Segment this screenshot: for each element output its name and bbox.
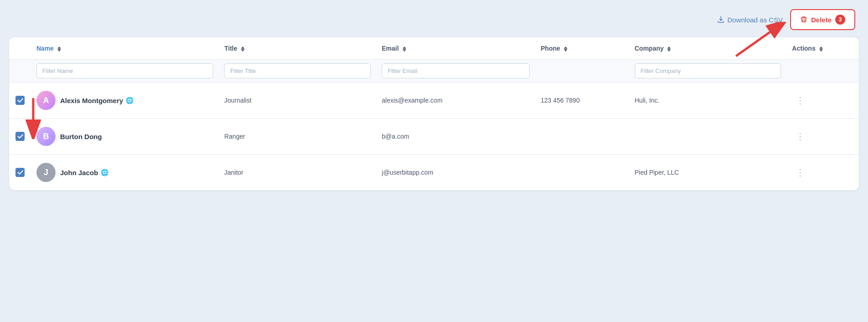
sort-actions-icon xyxy=(819,47,823,52)
checkbox-header-col xyxy=(9,37,31,60)
filter-name-input[interactable] xyxy=(36,63,213,78)
row-name-cell: BBurton Dong xyxy=(31,119,219,155)
globe-icon[interactable]: 🌐 xyxy=(126,97,133,104)
delete-label: Delete xyxy=(811,16,832,24)
svg-line-3 xyxy=(736,26,779,56)
row-email-cell: alexis@example.com xyxy=(376,83,535,119)
row-title-cell: Janitor xyxy=(219,155,376,191)
filter-company-input[interactable] xyxy=(635,63,781,78)
filter-title-input[interactable] xyxy=(224,63,371,78)
row-company-cell xyxy=(629,119,787,155)
table-row: BBurton DongRangerb@a.com⋮ xyxy=(9,119,859,155)
globe-icon[interactable]: 🌐 xyxy=(101,169,108,176)
download-icon xyxy=(717,16,725,23)
filter-title-col xyxy=(219,60,376,83)
col-header-actions[interactable]: Actions xyxy=(786,37,859,60)
contact-name[interactable]: Burton Dong xyxy=(60,133,102,140)
filter-checkbox-col xyxy=(9,60,31,83)
row-phone-cell: 123 456 7890 xyxy=(535,83,629,119)
delete-count-badge: 3 xyxy=(835,15,845,25)
trash-icon xyxy=(800,16,807,23)
filter-phone-col xyxy=(535,60,629,83)
row-title-cell: Journalist xyxy=(219,83,376,119)
sort-title-icon xyxy=(241,47,245,52)
col-header-phone[interactable]: Phone xyxy=(535,37,629,60)
filter-name-col xyxy=(31,60,219,83)
table-body: AAlexis Montgomery🌐Journalistalexis@exam… xyxy=(9,83,859,191)
row-actions-cell: ⋮ xyxy=(786,83,859,119)
row-more-button[interactable]: ⋮ xyxy=(792,93,809,108)
sort-phone-icon xyxy=(564,47,567,52)
sort-name-icon xyxy=(57,47,61,52)
row-company-cell: Huli, Inc. xyxy=(629,83,787,119)
table-row: AAlexis Montgomery🌐Journalistalexis@exam… xyxy=(9,83,859,119)
contact-name[interactable]: Alexis Montgomery🌐 xyxy=(60,97,133,104)
row-title-cell: Ranger xyxy=(219,119,376,155)
col-header-email[interactable]: Email xyxy=(376,37,535,60)
sort-company-icon xyxy=(667,47,671,52)
col-header-title[interactable]: Title xyxy=(219,37,376,60)
row-company-cell: Pied Piper, LLC xyxy=(629,155,787,191)
avatar: J xyxy=(36,163,56,182)
row-email-cell: b@a.com xyxy=(376,119,535,155)
row-email-cell: j@userbitapp.com xyxy=(376,155,535,191)
filter-company-col xyxy=(629,60,787,83)
row-more-button[interactable]: ⋮ xyxy=(792,165,809,180)
row-checkbox[interactable] xyxy=(15,168,25,177)
filter-email-col xyxy=(376,60,535,83)
row-actions-cell: ⋮ xyxy=(786,155,859,191)
row-phone-cell xyxy=(535,155,629,191)
row-actions-cell: ⋮ xyxy=(786,119,859,155)
filter-actions-col xyxy=(786,60,859,83)
sort-email-icon xyxy=(403,47,406,52)
filter-email-input[interactable] xyxy=(382,63,530,78)
row-name-cell: AAlexis Montgomery🌐 xyxy=(31,83,219,119)
row-name-cell: JJohn Jacob🌐 xyxy=(31,155,219,191)
table-filter-row xyxy=(9,60,859,83)
contacts-table: Name Title Email xyxy=(9,37,859,190)
delete-button[interactable]: Delete 3 xyxy=(790,9,855,30)
row-checkbox-cell xyxy=(9,155,31,191)
row-more-button[interactable]: ⋮ xyxy=(792,129,809,144)
col-header-name[interactable]: Name xyxy=(31,37,219,60)
contact-name[interactable]: John Jacob🌐 xyxy=(60,169,108,177)
table-row: JJohn Jacob🌐Janitorj@userbitapp.comPied … xyxy=(9,155,859,191)
row-phone-cell xyxy=(535,119,629,155)
